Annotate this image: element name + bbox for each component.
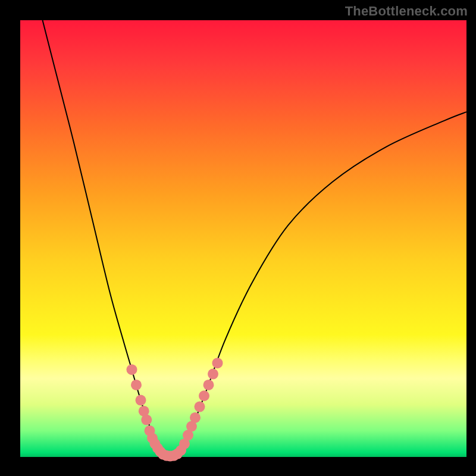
curve-marker xyxy=(136,395,146,406)
curve-marker xyxy=(212,358,223,368)
curve-marker xyxy=(195,402,205,412)
curve-marker xyxy=(208,369,218,380)
curve-marker xyxy=(127,364,137,375)
curve-marker xyxy=(203,380,214,390)
plot-area xyxy=(20,20,466,457)
curve-layer xyxy=(20,20,466,457)
curve-marker xyxy=(131,380,142,390)
curve-marker xyxy=(199,390,209,401)
curve-markers xyxy=(127,358,223,461)
watermark-text: TheBottleneck.com xyxy=(345,4,468,19)
curve-marker xyxy=(190,412,201,423)
curve-marker xyxy=(141,415,152,425)
bottleneck-curve xyxy=(43,20,467,458)
chart-frame: TheBottleneck.com xyxy=(0,0,476,476)
